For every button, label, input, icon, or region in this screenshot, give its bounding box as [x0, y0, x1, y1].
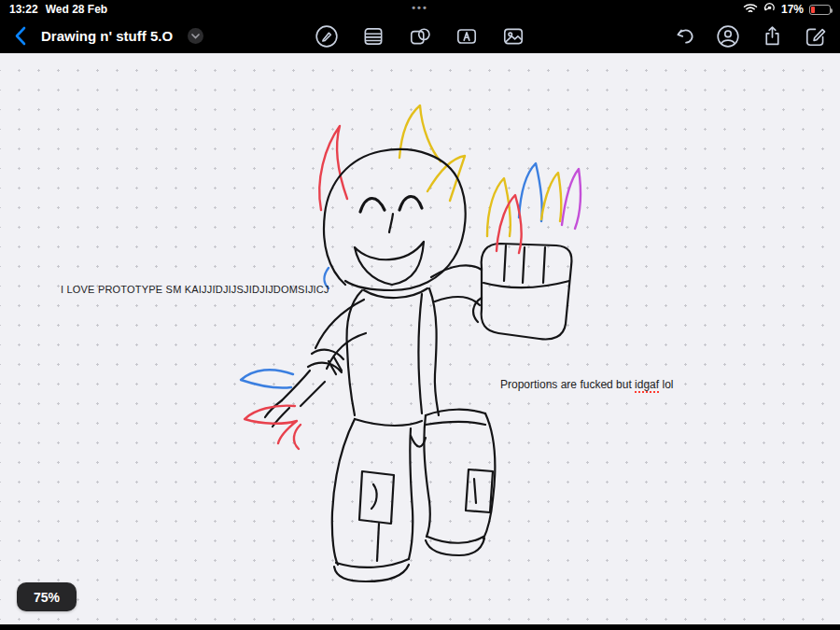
photos-icon — [501, 24, 525, 49]
wifi-icon — [743, 3, 758, 17]
collaborate-button[interactable] — [715, 23, 741, 49]
character-sketch — [0, 53, 840, 624]
share-icon — [761, 24, 784, 48]
canvas-text-note-2[interactable]: Proportions are fucked but idgaf lol — [500, 378, 673, 391]
note-2-misspelled-word: idgaf — [635, 378, 659, 393]
pen-circle-icon — [315, 24, 339, 49]
ipad-screen: 13:22 Wed 28 Feb ••• 17% — [0, 0, 840, 630]
multitask-indicator[interactable]: ••• — [412, 2, 428, 13]
status-bar: 13:22 Wed 28 Feb ••• 17% — [0, 0, 840, 19]
right-tool-group — [671, 23, 829, 49]
shapes-button[interactable] — [407, 23, 433, 49]
compose-button[interactable] — [803, 23, 829, 49]
battery-icon — [809, 5, 831, 15]
toolbar: Drawing n' stuff 5.O — [0, 19, 840, 53]
undo-button[interactable] — [671, 23, 697, 49]
battery-percent: 17% — [781, 3, 804, 16]
drawing-canvas[interactable]: I LOVE PROTOTYPE SM KAIJJIDJIJSJIDJIJDOM… — [0, 53, 840, 624]
chevron-left-icon — [14, 26, 26, 46]
share-button[interactable] — [759, 23, 785, 49]
markup-pen-button[interactable] — [314, 23, 340, 49]
bottom-edge-bar — [0, 624, 840, 630]
compose-icon — [804, 24, 828, 49]
photos-button[interactable] — [500, 23, 526, 49]
text-box-button[interactable] — [454, 23, 480, 49]
paper-style-button[interactable] — [360, 23, 386, 49]
zoom-level-badge[interactable]: 75% — [17, 582, 77, 611]
shapes-icon — [408, 24, 432, 49]
note-2-prefix: Proportions are fucked but — [500, 378, 635, 391]
rotation-lock-icon — [763, 2, 776, 17]
status-date: Wed 28 Feb — [46, 3, 107, 16]
text-box-icon — [455, 24, 479, 49]
lined-paper-icon — [361, 24, 385, 49]
canvas-text-note-1[interactable]: I LOVE PROTOTYPE SM KAIJJIDJIJSJIDJIJDOM… — [61, 284, 329, 295]
chevron-down-icon — [191, 34, 200, 39]
back-button[interactable] — [7, 23, 32, 49]
status-time: 13:22 — [9, 3, 38, 16]
note-2-suffix: lol — [659, 378, 673, 391]
title-menu-button[interactable] — [188, 28, 203, 44]
undo-icon — [673, 24, 696, 48]
page-title: Drawing n' stuff 5.O — [41, 28, 173, 44]
center-tool-group — [314, 23, 526, 49]
person-circle-icon — [716, 24, 740, 49]
